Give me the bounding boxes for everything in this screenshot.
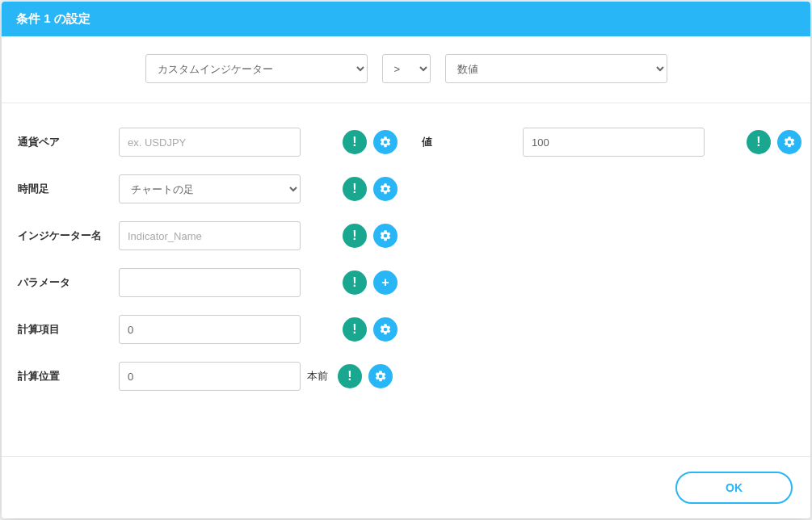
modal-footer: OK bbox=[2, 456, 810, 518]
value-gear-button[interactable] bbox=[777, 130, 801, 154]
calc-item-info-button[interactable]: ! bbox=[343, 317, 367, 342]
calc-item-gear-button[interactable] bbox=[373, 317, 398, 342]
calc-item-row: 計算項目 ! bbox=[18, 315, 398, 344]
currency-pair-info-button[interactable]: ! bbox=[343, 130, 367, 154]
exclamation-icon: ! bbox=[352, 322, 356, 337]
currency-pair-gear-button[interactable] bbox=[373, 130, 398, 154]
exclamation-icon: ! bbox=[347, 369, 351, 384]
exclamation-icon: ! bbox=[352, 135, 356, 149]
parameter-add-button[interactable]: + bbox=[373, 270, 398, 295]
currency-pair-input[interactable] bbox=[119, 128, 301, 157]
calc-position-label: 計算位置 bbox=[18, 369, 119, 384]
parameter-label: パラメータ bbox=[18, 275, 119, 290]
left-form-column: 通貨ペア ! 時間足 bbox=[18, 128, 398, 409]
indicator-name-info-button[interactable]: ! bbox=[343, 224, 367, 248]
exclamation-icon: ! bbox=[352, 275, 356, 290]
gear-icon bbox=[783, 136, 796, 149]
timeframe-select[interactable]: チャートの足 bbox=[119, 174, 301, 203]
calc-position-info-button[interactable]: ! bbox=[338, 364, 362, 388]
ok-button[interactable]: OK bbox=[675, 472, 793, 504]
form-area: 通貨ペア ! 時間足 bbox=[2, 103, 810, 425]
value-input[interactable] bbox=[523, 128, 705, 157]
indicator-name-input[interactable] bbox=[119, 221, 301, 250]
exclamation-icon: ! bbox=[352, 182, 356, 196]
timeframe-row: 時間足 チャートの足 ! bbox=[18, 174, 398, 203]
parameter-input[interactable] bbox=[119, 268, 301, 297]
indicator-name-row: インジケーター名 ! bbox=[18, 221, 398, 250]
modal-body: カスタムインジケーター > 数値 通貨ペア ! bbox=[2, 36, 810, 456]
calc-position-gear-button[interactable] bbox=[368, 364, 393, 388]
gear-icon bbox=[379, 136, 392, 149]
modal-title: 条件 1 の設定 bbox=[16, 11, 90, 25]
plus-icon: + bbox=[381, 275, 389, 290]
calc-position-suffix: 本前 bbox=[307, 369, 328, 384]
parameter-row: パラメータ ! + bbox=[18, 268, 398, 297]
calc-position-row: 計算位置 本前 ! bbox=[18, 362, 398, 391]
currency-pair-row: 通貨ペア ! bbox=[18, 128, 398, 157]
timeframe-info-button[interactable]: ! bbox=[343, 177, 367, 201]
modal-header: 条件 1 の設定 bbox=[2, 2, 810, 36]
settings-modal: 条件 1 の設定 カスタムインジケーター > 数値 通貨ペア bbox=[2, 2, 810, 518]
left-operand-select[interactable]: カスタムインジケーター bbox=[145, 54, 368, 83]
gear-icon bbox=[379, 182, 392, 195]
parameter-info-button[interactable]: ! bbox=[343, 270, 367, 295]
indicator-name-label: インジケーター名 bbox=[18, 229, 119, 243]
indicator-name-gear-button[interactable] bbox=[373, 224, 398, 248]
value-row: 値 ! bbox=[422, 128, 801, 157]
value-info-button[interactable]: ! bbox=[747, 130, 771, 154]
gear-icon bbox=[374, 370, 387, 383]
currency-pair-label: 通貨ペア bbox=[18, 135, 119, 149]
calc-item-input[interactable] bbox=[119, 315, 301, 344]
operator-select[interactable]: > bbox=[382, 54, 431, 83]
calc-item-label: 計算項目 bbox=[18, 322, 119, 337]
top-selects-row: カスタムインジケーター > 数値 bbox=[2, 36, 810, 103]
timeframe-label: 時間足 bbox=[18, 182, 119, 196]
exclamation-icon: ! bbox=[756, 135, 760, 149]
gear-icon bbox=[379, 323, 392, 336]
exclamation-icon: ! bbox=[352, 229, 356, 243]
right-form-column: 値 ! bbox=[422, 128, 801, 409]
calc-position-input[interactable] bbox=[119, 362, 301, 391]
timeframe-gear-button[interactable] bbox=[373, 177, 398, 201]
value-label: 値 bbox=[422, 135, 523, 149]
gear-icon bbox=[379, 229, 392, 242]
right-operand-select[interactable]: 数値 bbox=[445, 54, 667, 83]
